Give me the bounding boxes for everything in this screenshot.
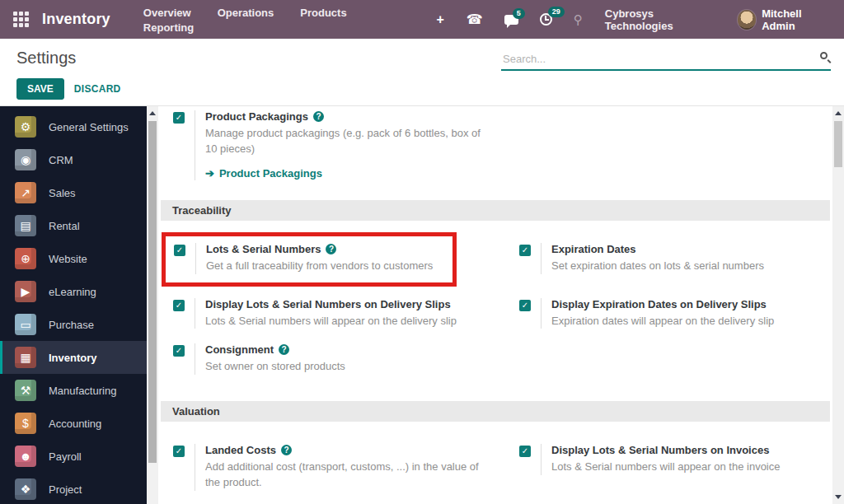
checkbox-display-expiration-delivery-slips[interactable]: ✓ <box>519 300 531 311</box>
activities-icon[interactable]: 29 <box>540 13 552 26</box>
messages-badge: 5 <box>513 8 525 19</box>
setting-desc: Get a full traceability from vendors to … <box>206 259 433 274</box>
sidebar-item-rental[interactable]: ▤Rental <box>0 209 147 242</box>
sidebar-item-general-settings[interactable]: ⚙General Settings <box>0 110 147 143</box>
product-packagings-link[interactable]: ➔ Product Packagings <box>205 167 322 180</box>
puzzle-icon: ❖ <box>15 478 36 500</box>
sidebar-item-label: Sales <box>49 187 76 199</box>
sidebar-item-purchase[interactable]: ▭Purchase <box>0 308 147 341</box>
help-icon[interactable]: ? <box>279 344 289 355</box>
setting-label: Landed Costs <box>205 444 276 456</box>
apps-menu-icon[interactable] <box>13 12 29 27</box>
control-panel: Settings SAVE DISCARD <box>0 39 844 106</box>
screen-icon: ▶ <box>15 281 36 302</box>
phone-icon[interactable]: ☎ <box>467 12 483 27</box>
settings-content: ✓ Product Packagings ? Manage product pa… <box>158 106 832 504</box>
sidebar-item-label: Website <box>49 253 87 265</box>
setting-landed-costs: ✓ Landed Costs ? Add additional cost (tr… <box>173 444 519 491</box>
top-menu-operations[interactable]: Operations <box>204 7 288 19</box>
sidebar-item-label: Rental <box>49 220 80 232</box>
arrow-right-icon: ➔ <box>205 167 214 180</box>
activities-badge: 29 <box>548 7 565 17</box>
user-name[interactable]: Mitchell Admin <box>762 7 832 32</box>
scroll-down-icon[interactable] <box>835 495 842 499</box>
sidebar-item-project[interactable]: ❖Project <box>0 473 147 504</box>
setting-label: Product Packagings <box>205 110 308 123</box>
setting-label: Display Lots & Serial Numbers on Invoice… <box>551 444 769 456</box>
checkbox-product-packagings[interactable]: ✓ <box>173 112 185 124</box>
setting-display-expiration-delivery-slips: ✓ Display Expiration Dates on Delivery S… <box>519 298 830 329</box>
main-scrollbar-thumb[interactable] <box>834 121 842 167</box>
setting-desc: Add additional cost (transport, customs,… <box>205 460 487 491</box>
section-header-valuation: Valuation <box>161 401 830 422</box>
person-icon: ☻ <box>15 446 36 467</box>
sidebar-item-label: Payroll <box>49 450 82 463</box>
setting-label: Expiration Dates <box>551 243 636 255</box>
page-title: Settings <box>16 49 76 68</box>
sidebar-item-website[interactable]: ⊕Website <box>0 242 147 275</box>
box-icon: ▦ <box>15 347 36 368</box>
developer-tools-icon[interactable]: ⚲ <box>574 12 583 27</box>
sidebar-item-label: General Settings <box>49 121 129 133</box>
search-input[interactable] <box>501 50 831 71</box>
sidebar-item-manufacturing[interactable]: ⚒Manufacturing <box>0 374 147 407</box>
checkbox-display-lots-invoices[interactable]: ✓ <box>519 446 531 457</box>
highlight-box: ✓ Lots & Serial Numbers ? Get a full tra… <box>162 232 457 287</box>
discard-button[interactable]: DISCARD <box>74 83 121 95</box>
checkbox-display-lots-delivery-slips[interactable]: ✓ <box>173 300 185 311</box>
setting-desc: Set expiration dates on lots & serial nu… <box>551 259 764 274</box>
sidebar-item-accounting[interactable]: $Accounting <box>0 407 147 440</box>
help-icon[interactable]: ? <box>281 445 292 455</box>
settings-sidebar: ⚙General Settings◉CRM↗Sales▤Rental⊕Websi… <box>0 106 147 504</box>
main-scrollbar[interactable] <box>832 106 844 504</box>
sidebar-item-inventory[interactable]: ▦Inventory <box>0 341 147 374</box>
sidebar-item-payroll[interactable]: ☻Payroll <box>0 440 147 473</box>
setting-desc: Expiration dates will appear on the deli… <box>551 314 774 329</box>
help-icon[interactable]: ? <box>326 244 336 254</box>
sidebar-item-elearning[interactable]: ▶eLearning <box>0 275 147 308</box>
gear-icon: ⚙ <box>15 116 36 138</box>
sidebar-item-label: Inventory <box>49 352 97 364</box>
wrench-icon: ⚒ <box>15 380 36 401</box>
company-name[interactable]: Cybrosys Technologies <box>605 7 717 32</box>
sidebar-scrollbar-thumb[interactable] <box>148 121 157 463</box>
checkbox-landed-costs[interactable]: ✓ <box>173 446 185 457</box>
sidebar-item-sales[interactable]: ↗Sales <box>0 176 147 209</box>
globe-icon: ⊕ <box>15 248 36 269</box>
setting-label: Lots & Serial Numbers <box>206 243 321 255</box>
scroll-up-icon[interactable] <box>149 111 156 115</box>
sidebar-item-label: Purchase <box>49 319 94 331</box>
top-menu: OverviewOperationsProductsReporting <box>130 5 420 35</box>
setting-desc: Set owner on stored products <box>205 359 345 375</box>
save-button[interactable]: SAVE <box>16 78 64 100</box>
top-menu-overview[interactable]: Overview <box>130 7 204 19</box>
sidebar-item-label: Project <box>49 483 82 496</box>
add-menu-button[interactable]: + <box>425 12 456 27</box>
top-menu-reporting[interactable]: Reporting <box>130 21 207 34</box>
sidebar-scrollbar[interactable] <box>147 106 158 504</box>
top-menu-products[interactable]: Products <box>287 7 359 19</box>
sidebar-item-crm[interactable]: ◉CRM <box>0 143 147 176</box>
scroll-up-icon[interactable] <box>835 111 842 115</box>
setting-desc: Lots & Serial numbers will appear on the… <box>551 460 780 475</box>
sidebar-item-label: Manufacturing <box>49 385 116 397</box>
card-icon: ▭ <box>15 314 36 335</box>
search-icon[interactable] <box>820 52 828 59</box>
messages-icon[interactable]: 5 <box>504 15 518 25</box>
invoice-icon: $ <box>15 413 36 434</box>
chart-icon: ↗ <box>15 182 36 203</box>
sidebar-item-label: Accounting <box>49 418 101 430</box>
help-icon[interactable]: ? <box>313 111 324 122</box>
setting-expiration-dates: ✓ Expiration Dates Set expiration dates … <box>519 243 830 287</box>
sidebar-item-label: CRM <box>49 154 73 166</box>
setting-display-lots-invoices: ✓ Display Lots & Serial Numbers on Invoi… <box>519 444 830 491</box>
setting-lots-serial-numbers: ✓ Lots & Serial Numbers ? Get a full tra… <box>174 243 444 274</box>
checkbox-consignment[interactable]: ✓ <box>173 345 185 357</box>
avatar[interactable] <box>737 9 757 30</box>
app-name[interactable]: Inventory <box>42 11 110 28</box>
search-box <box>501 50 831 71</box>
setting-desc: Manage product packagings (e.g. pack of … <box>205 126 487 157</box>
checkbox-lots-serial-numbers[interactable]: ✓ <box>174 245 185 256</box>
setting-product-packagings: ✓ Product Packagings ? Manage product pa… <box>173 110 830 180</box>
checkbox-expiration-dates[interactable]: ✓ <box>519 245 531 256</box>
